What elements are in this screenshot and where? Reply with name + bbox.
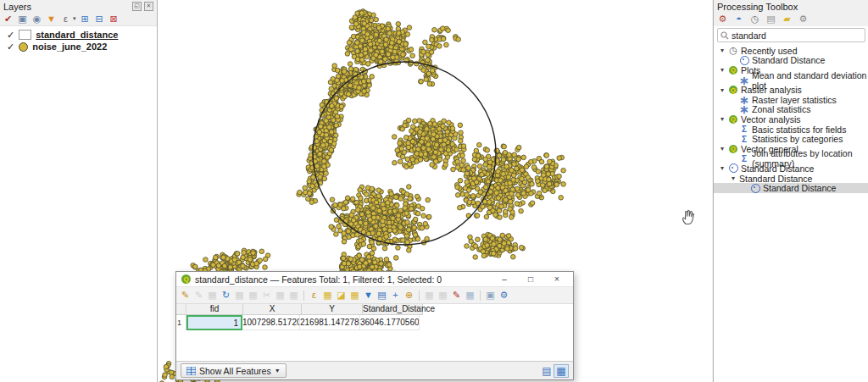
layers-close-icon[interactable]: ✕: [144, 2, 153, 11]
layer-checkbox[interactable]: ✓: [7, 42, 14, 53]
statistics-sigma-icon: Σ: [739, 135, 749, 144]
layer-label: noise_june_2022: [32, 42, 107, 52]
tree-item-standard-distance[interactable]: Standard Distance: [714, 183, 868, 193]
expand-all-icon[interactable]: ⊞: [80, 14, 91, 25]
attribute-table-header-row: fidXYStandard_Distance: [176, 304, 573, 315]
row-header-corner: [176, 304, 186, 315]
toolbar-separator: [419, 291, 420, 301]
qgis-logo-icon: Q: [181, 274, 191, 284]
column-header-fid[interactable]: fid: [186, 304, 243, 315]
table-view-icon[interactable]: ▦: [554, 364, 569, 378]
processing-search[interactable]: [717, 28, 865, 42]
tree-item-recently-used[interactable]: ▾◷Recently used: [714, 46, 868, 56]
cell-x[interactable]: 1007298.51720...: [242, 315, 300, 330]
layers-toolbar: ✔▣◉▼ε▾⊞⊟⊠: [0, 12, 157, 26]
toolbar-separator: [480, 291, 481, 301]
tree-item-label: Standard Distance: [752, 55, 825, 65]
invert-selection-icon[interactable]: ◪: [336, 290, 347, 301]
zoom-to-selection-icon[interactable]: ⊕: [403, 290, 415, 301]
chevron-down-icon: ▼: [275, 368, 281, 374]
recently-used-clock-icon: ◷: [728, 46, 738, 55]
tree-item-raster-analysis[interactable]: ▾QRaster analysis: [714, 85, 868, 95]
cell-y[interactable]: 216981.147278...: [300, 315, 360, 330]
search-input[interactable]: [732, 30, 862, 41]
tree-item-zonal-statistics[interactable]: ∗Zonal statistics: [714, 105, 868, 115]
deselect-all-icon[interactable]: ▦: [349, 290, 360, 301]
layers-panel: Layers ◱ ✕ ✔▣◉▼ε▾⊞⊟⊠ ✓standard_distance✓…: [0, 0, 158, 382]
layers-float-icon[interactable]: ◱: [132, 2, 142, 11]
results-viewer-icon[interactable]: ▤: [765, 14, 776, 25]
close-button[interactable]: ×: [546, 274, 568, 284]
manage-map-themes-icon[interactable]: ◉: [31, 14, 42, 25]
filter-select-by-form-icon[interactable]: ▼: [363, 290, 374, 301]
column-header-x[interactable]: X: [243, 304, 302, 315]
filter-legend-by-expression-icon[interactable]: ε: [60, 14, 71, 25]
tree-expander-icon[interactable]: ▾: [719, 115, 726, 123]
layers-panel-title: Layers: [3, 2, 130, 12]
add-group-icon[interactable]: ▣: [17, 14, 28, 25]
tree-item-standard-distance[interactable]: ▾Standard Distance: [714, 163, 868, 174]
python-scripts-icon[interactable]: ◓: [733, 14, 744, 25]
search-icon: [721, 31, 729, 40]
tree-item-mean-and-standard-deviation-plot[interactable]: ∗Mean and standard deviation plot: [714, 75, 868, 86]
tree-item-join-attributes-by-location-summary-[interactable]: ΣJoin attributes by location (summary): [714, 154, 868, 164]
tree-expander-icon[interactable]: ▾: [719, 145, 726, 152]
cell-fid[interactable]: 1: [186, 315, 242, 330]
filter-legend-icon[interactable]: ▼: [46, 14, 57, 25]
minimize-button[interactable]: –: [493, 274, 515, 284]
tree-expander-icon[interactable]: ▾: [719, 86, 726, 94]
remove-layer-icon[interactable]: ⊠: [108, 14, 120, 25]
tree-item-label: Recently used: [741, 46, 798, 56]
tree-item-statistics-by-categories[interactable]: ΣStatistics by categories: [714, 134, 868, 144]
pan-hand-cursor: [681, 208, 695, 227]
table-row: 111007298.51720...216981.147278...36046.…: [176, 315, 573, 330]
tree-expander-icon[interactable]: ▾: [719, 66, 726, 74]
toggle-editing-icon[interactable]: ✎: [180, 290, 191, 301]
show-all-features-button[interactable]: Show All Features ▼: [181, 363, 287, 378]
tree-item-basic-statistics-for-fields[interactable]: ΣBasic statistics for fields: [714, 125, 868, 135]
standard-distance-icon: [739, 56, 749, 65]
column-header-y[interactable]: Y: [302, 304, 363, 315]
processing-toolbox-panel: Processing Toolbox ⚙◓◷▤▰⚙ ▾◷Recently use…: [713, 0, 868, 382]
form-view-icon[interactable]: ▤: [540, 365, 554, 377]
layer-list: ✓standard_distance✓noise_june_2022: [0, 26, 157, 53]
processing-panel-title: Processing Toolbox: [717, 2, 865, 12]
dock-attribute-table-icon[interactable]: ▣: [485, 290, 496, 301]
new-field-icon: ▦: [424, 290, 435, 301]
reload-icon[interactable]: ↻: [220, 290, 231, 301]
processing-tree: ▾◷Recently usedStandard Distance▾QPlots∗…: [714, 44, 868, 193]
tree-expander-icon[interactable]: ▾: [719, 47, 726, 54]
tree-item-vector-analysis[interactable]: ▾QVector analysis: [714, 114, 868, 125]
maximize-button[interactable]: □: [520, 274, 542, 284]
open-layer-styling-icon[interactable]: ✔: [3, 14, 14, 25]
table-filter-icon: [186, 367, 196, 375]
pan-to-selection-icon[interactable]: +: [390, 290, 401, 301]
attribute-dialog-title: standard_distance — Features Total: 1, F…: [195, 274, 489, 285]
move-selection-to-top-icon[interactable]: ▤: [376, 290, 387, 301]
column-header-standard_distance[interactable]: Standard_Distance: [363, 304, 423, 315]
tree-item-standard-distance[interactable]: ▾Standard Distance: [714, 174, 868, 184]
tree-expander-icon[interactable]: ▾: [719, 164, 726, 172]
dropdown-caret-icon[interactable]: ▾: [73, 15, 76, 22]
layer-checkbox[interactable]: ✓: [7, 30, 14, 41]
collapse-all-icon[interactable]: ⊟: [94, 14, 105, 25]
conditional-formatting-icon[interactable]: ▦: [465, 290, 476, 301]
field-calculator-icon[interactable]: ✎: [451, 290, 462, 301]
layer-item-standard_distance[interactable]: ✓standard_distance: [0, 29, 157, 41]
select-all-icon[interactable]: ▦: [322, 290, 333, 301]
attribute-dialog-titlebar[interactable]: Q standard_distance — Features Total: 1,…: [176, 272, 573, 287]
models-icon[interactable]: ⚙: [717, 14, 728, 25]
select-by-expression-icon[interactable]: ε: [309, 290, 320, 301]
row-number[interactable]: 1: [176, 315, 186, 330]
table-options-icon[interactable]: ⚙: [498, 290, 509, 301]
tree-item-raster-layer-statistics[interactable]: ∗Raster layer statistics: [714, 95, 868, 105]
tree-expander-icon[interactable]: ▾: [730, 174, 737, 182]
tree-item-standard-distance[interactable]: Standard Distance: [714, 56, 868, 66]
options-icon[interactable]: ⚙: [798, 14, 809, 25]
history-icon[interactable]: ◷: [749, 14, 760, 25]
cell-standard_distance[interactable]: 36046.1770560...: [360, 315, 420, 330]
layer-item-noise_june_2022[interactable]: ✓noise_june_2022: [0, 41, 157, 53]
edit-features-in-place-icon[interactable]: ▰: [782, 14, 793, 25]
attribute-table-toolbar: ✎✎▦↻▦▦✂▦▦ε▦◪▦▼▤+⊕▦▦✎▦▣⚙: [176, 287, 573, 304]
standard-distance-icon: [750, 184, 760, 193]
